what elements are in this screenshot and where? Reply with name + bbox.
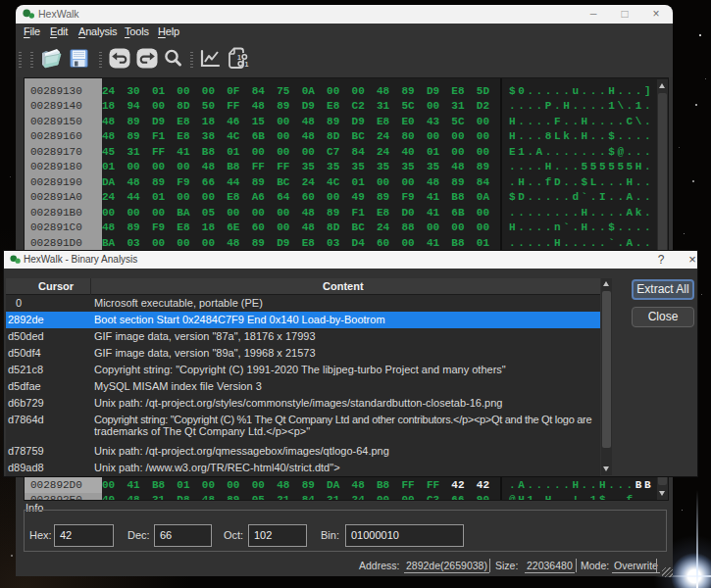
svg-text:1: 1: [245, 61, 249, 68]
svg-text:1: 1: [237, 54, 241, 61]
